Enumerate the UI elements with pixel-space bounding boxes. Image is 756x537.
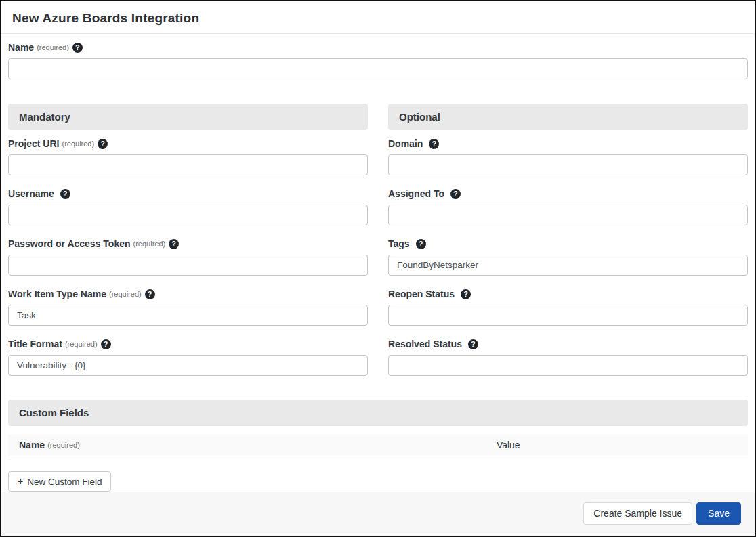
new-azure-boards-integration-page: New Azure Boards Integration Name (requi…	[0, 0, 756, 537]
custom-fields-name-header-label: Name	[19, 439, 45, 450]
custom-fields-section: Custom Fields Name (required) Value + Ne…	[8, 400, 748, 492]
project-uri-input[interactable]	[8, 154, 368, 175]
password-label-row: Password or Access Token (required) ?	[8, 238, 368, 249]
name-label-row: Name (required) ?	[8, 42, 748, 53]
reopen-status-label: Reopen Status	[388, 288, 455, 299]
title-format-label: Title Format	[8, 339, 62, 349]
work-item-type-required-suffix: (required)	[109, 290, 142, 298]
resolved-status-label: Resolved Status	[388, 339, 462, 349]
title-format-label-row: Title Format (required) ?	[8, 339, 368, 349]
title-format-input[interactable]	[8, 355, 368, 376]
new-custom-field-button[interactable]: + New Custom Field	[8, 471, 111, 492]
custom-fields-value-column-header: Value	[497, 439, 737, 450]
password-field-group: Password or Access Token (required) ?	[8, 238, 368, 276]
domain-label: Domain	[388, 138, 423, 149]
optional-section-header: Optional	[388, 104, 748, 130]
username-label-row: Username ?	[8, 188, 368, 199]
save-button[interactable]: Save	[696, 502, 741, 525]
reopen-status-label-row: Reopen Status ?	[388, 288, 748, 299]
new-custom-field-button-label: New Custom Field	[27, 477, 102, 487]
work-item-type-field-group: Work Item Type Name (required) ?	[8, 288, 368, 326]
tags-label-row: Tags ?	[388, 238, 748, 249]
assigned-to-field-group: Assigned To ?	[388, 188, 748, 225]
domain-input[interactable]	[388, 154, 748, 175]
optional-column: Optional Domain ? Assigned To ?	[388, 104, 748, 389]
title-format-help-icon[interactable]: ?	[101, 339, 111, 349]
password-label: Password or Access Token	[8, 238, 131, 249]
page-header: New Azure Boards Integration	[1, 1, 755, 34]
username-help-icon[interactable]: ?	[60, 189, 70, 199]
work-item-type-help-icon[interactable]: ?	[145, 289, 155, 299]
tags-input[interactable]	[388, 255, 748, 276]
work-item-type-input[interactable]	[8, 305, 368, 326]
footer-actions-bar: Create Sample Issue Save	[1, 492, 755, 536]
resolved-status-label-row: Resolved Status ?	[388, 339, 748, 349]
username-input[interactable]	[8, 205, 368, 225]
project-uri-field-group: Project URI (required) ?	[8, 138, 368, 175]
resolved-status-field-group: Resolved Status ?	[388, 339, 748, 376]
domain-field-group: Domain ?	[388, 138, 748, 175]
password-help-icon[interactable]: ?	[169, 239, 179, 249]
project-uri-label-row: Project URI (required) ?	[8, 138, 368, 149]
mandatory-column: Mandatory Project URI (required) ? Usern…	[8, 104, 368, 389]
create-sample-issue-button[interactable]: Create Sample Issue	[583, 502, 692, 525]
domain-help-icon[interactable]: ?	[429, 139, 439, 149]
custom-fields-table-header: Name (required) Value	[8, 434, 748, 456]
name-help-icon[interactable]: ?	[72, 43, 83, 53]
name-input[interactable]	[8, 58, 748, 79]
assigned-to-label-row: Assigned To ?	[388, 188, 748, 199]
reopen-status-help-icon[interactable]: ?	[461, 289, 471, 299]
project-uri-help-icon[interactable]: ?	[98, 139, 108, 149]
name-required-suffix: (required)	[37, 43, 69, 51]
assigned-to-label: Assigned To	[388, 188, 444, 199]
form-body: Name (required) ? Mandatory Project URI …	[1, 34, 755, 492]
work-item-type-label: Work Item Type Name	[8, 288, 106, 299]
assigned-to-help-icon[interactable]: ?	[450, 189, 461, 199]
reopen-status-field-group: Reopen Status ?	[388, 288, 748, 326]
custom-fields-name-required-suffix: (required)	[47, 441, 80, 449]
name-label: Name	[8, 42, 34, 53]
project-uri-required-suffix: (required)	[62, 139, 94, 148]
tags-help-icon[interactable]: ?	[416, 239, 426, 249]
password-required-suffix: (required)	[133, 240, 166, 248]
tags-field-group: Tags ?	[388, 238, 748, 276]
project-uri-label: Project URI	[8, 138, 59, 149]
mandatory-section-header: Mandatory	[8, 104, 368, 130]
username-label: Username	[8, 188, 54, 199]
reopen-status-input[interactable]	[388, 305, 748, 326]
title-format-required-suffix: (required)	[65, 340, 98, 348]
name-field-group: Name (required) ?	[8, 42, 748, 79]
tags-label: Tags	[388, 238, 410, 249]
resolved-status-input[interactable]	[388, 355, 748, 376]
plus-icon: +	[18, 476, 23, 487]
page-title: New Azure Boards Integration	[12, 11, 744, 26]
form-columns: Mandatory Project URI (required) ? Usern…	[8, 104, 748, 389]
domain-label-row: Domain ?	[388, 138, 748, 149]
assigned-to-input[interactable]	[388, 205, 748, 225]
work-item-type-label-row: Work Item Type Name (required) ?	[8, 288, 368, 299]
custom-fields-name-column-header: Name (required)	[19, 439, 497, 450]
resolved-status-help-icon[interactable]: ?	[468, 339, 478, 349]
username-field-group: Username ?	[8, 188, 368, 225]
title-format-field-group: Title Format (required) ?	[8, 339, 368, 376]
password-input[interactable]	[8, 255, 368, 276]
custom-fields-header: Custom Fields	[8, 400, 748, 426]
